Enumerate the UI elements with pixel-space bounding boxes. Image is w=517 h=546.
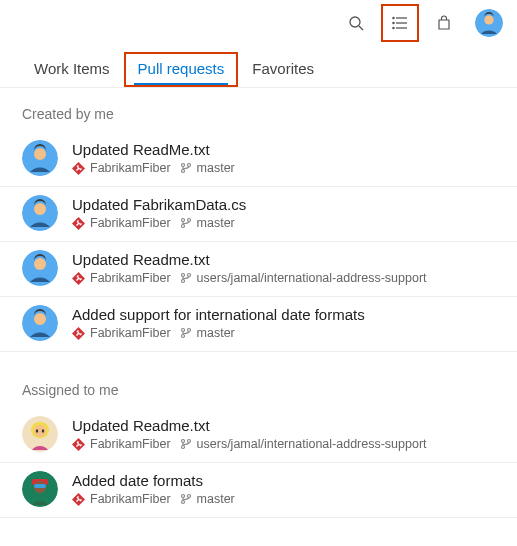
branch-icon [180, 162, 192, 174]
svg-point-37 [187, 440, 190, 443]
pr-meta: FabrikamFiber master [72, 216, 495, 230]
svg-point-36 [181, 446, 184, 449]
svg-point-27 [181, 329, 184, 332]
pr-item[interactable]: Added support for international date for… [0, 297, 517, 352]
pr-item[interactable]: Updated Readme.txt FabrikamFiber users/j… [0, 242, 517, 297]
repo-name: FabrikamFiber [90, 216, 171, 230]
svg-point-19 [187, 219, 190, 222]
list-view-icon[interactable] [381, 4, 419, 42]
repo-name: FabrikamFiber [90, 326, 171, 340]
svg-point-14 [187, 164, 190, 167]
svg-point-12 [181, 164, 184, 167]
pr-title: Updated FabrikamData.cs [72, 196, 495, 213]
app-header [0, 0, 517, 46]
search-icon[interactable] [339, 6, 373, 40]
avatar-icon [22, 471, 58, 507]
pr-meta: FabrikamFiber master [72, 161, 495, 175]
avatar-icon [22, 305, 58, 341]
pr-title: Updated ReadMe.txt [72, 141, 495, 158]
svg-point-21 [34, 258, 46, 270]
svg-point-26 [34, 313, 46, 325]
svg-point-0 [350, 17, 360, 27]
avatar-icon [22, 140, 58, 176]
branch-name: master [197, 161, 235, 175]
repo-icon [72, 217, 85, 230]
branch-name: master [197, 326, 235, 340]
branch-icon [180, 217, 192, 229]
pr-meta: FabrikamFiber master [72, 492, 495, 506]
svg-line-1 [359, 26, 363, 30]
branch-icon [180, 272, 192, 284]
branch-name: users/jamal/international-address-suppor… [197, 437, 427, 451]
tab-bar: Work Items Pull requests Favorites [0, 46, 517, 88]
pr-title: Added support for international date for… [72, 306, 495, 323]
pr-body: Updated Readme.txt FabrikamFiber users/j… [72, 251, 495, 285]
svg-point-16 [34, 203, 46, 215]
svg-point-32 [34, 425, 46, 437]
svg-point-18 [181, 225, 184, 228]
pr-item[interactable]: Updated Readme.txt FabrikamFiber users/j… [0, 408, 517, 463]
branch-icon [180, 327, 192, 339]
tab-work-items[interactable]: Work Items [20, 52, 124, 87]
pr-body: Updated Readme.txt FabrikamFiber users/j… [72, 417, 495, 451]
pr-body: Added support for international date for… [72, 306, 495, 340]
pr-meta: FabrikamFiber master [72, 326, 495, 340]
svg-point-11 [34, 148, 46, 160]
svg-point-13 [181, 170, 184, 173]
branch-name: master [197, 492, 235, 506]
avatar-icon [22, 195, 58, 231]
svg-point-23 [181, 280, 184, 283]
svg-point-9 [484, 15, 493, 24]
repo-icon [72, 438, 85, 451]
pr-item[interactable]: Updated FabrikamData.cs FabrikamFiber ma… [0, 187, 517, 242]
section-title-created: Created by me [0, 88, 517, 132]
repo-name: FabrikamFiber [90, 271, 171, 285]
repo-icon [72, 272, 85, 285]
repo-name: FabrikamFiber [90, 437, 171, 451]
svg-point-28 [181, 335, 184, 338]
pr-body: Updated ReadMe.txt FabrikamFiber master [72, 141, 495, 175]
svg-point-44 [187, 495, 190, 498]
svg-point-34 [42, 429, 44, 433]
pr-item[interactable]: Updated ReadMe.txt FabrikamFiber master [0, 132, 517, 187]
svg-rect-41 [34, 484, 46, 488]
pr-title: Added date formats [72, 472, 495, 489]
svg-point-7 [393, 27, 394, 28]
tab-pull-requests[interactable]: Pull requests [124, 52, 239, 87]
repo-name: FabrikamFiber [90, 161, 171, 175]
svg-point-29 [187, 329, 190, 332]
pr-title: Updated Readme.txt [72, 417, 495, 434]
pr-body: Updated FabrikamData.cs FabrikamFiber ma… [72, 196, 495, 230]
pr-title: Updated Readme.txt [72, 251, 495, 268]
svg-point-17 [181, 219, 184, 222]
avatar-icon [22, 250, 58, 286]
pr-meta: FabrikamFiber users/jamal/international-… [72, 271, 495, 285]
svg-point-3 [393, 17, 394, 18]
user-avatar[interactable] [475, 9, 503, 37]
svg-point-42 [181, 495, 184, 498]
pr-item[interactable]: Added date formats FabrikamFiber master [0, 463, 517, 518]
branch-icon [180, 438, 192, 450]
svg-point-43 [181, 501, 184, 504]
svg-point-5 [393, 22, 394, 23]
repo-name: FabrikamFiber [90, 492, 171, 506]
svg-point-35 [181, 440, 184, 443]
pr-body: Added date formats FabrikamFiber master [72, 472, 495, 506]
shopping-bag-icon[interactable] [427, 6, 461, 40]
repo-icon [72, 327, 85, 340]
repo-icon [72, 493, 85, 506]
svg-point-24 [187, 274, 190, 277]
tab-favorites[interactable]: Favorites [238, 52, 328, 87]
branch-icon [180, 493, 192, 505]
avatar-icon [22, 416, 58, 452]
section-title-assigned: Assigned to me [0, 364, 517, 408]
branch-name: master [197, 216, 235, 230]
svg-point-33 [36, 429, 38, 433]
pr-meta: FabrikamFiber users/jamal/international-… [72, 437, 495, 451]
repo-icon [72, 162, 85, 175]
svg-point-22 [181, 274, 184, 277]
branch-name: users/jamal/international-address-suppor… [197, 271, 427, 285]
